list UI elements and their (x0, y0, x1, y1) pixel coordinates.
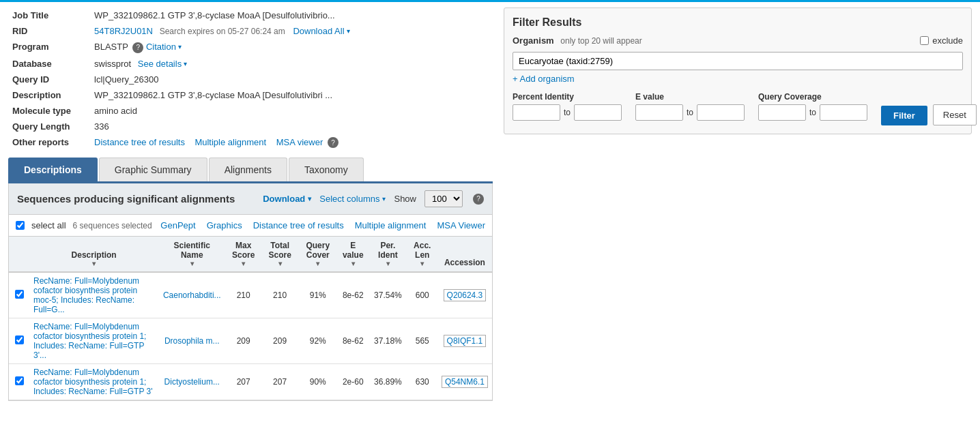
description-link-2[interactable]: RecName: Full=Molybdenum cofactor biosyn… (33, 368, 152, 396)
citation-btn[interactable]: Citation ▾ (146, 42, 182, 52)
show-help-icon[interactable]: ? (473, 194, 484, 205)
exclude-checkbox[interactable] (920, 36, 929, 45)
results-header: Sequences producing significant alignmen… (9, 183, 492, 215)
query-length-row: Query Length 336 (8, 119, 493, 134)
molecule-type-row: Molecule type amino acid (8, 103, 493, 119)
row-e-value-0: 8e-62 (337, 272, 369, 318)
select-columns-btn[interactable]: Select columns ▾ (319, 194, 386, 204)
description-label: Description (8, 87, 90, 103)
multiple-alignment-link[interactable]: Multiple alignment (194, 137, 266, 147)
percent-identity-to-input[interactable] (574, 104, 622, 121)
see-details-btn[interactable]: See details ▾ (138, 59, 187, 69)
show-select[interactable]: 10 20 50 100 200 (424, 190, 463, 207)
distance-tree-results-link[interactable]: Distance tree of results (253, 220, 344, 230)
col-e-value: E value ▾ (337, 237, 369, 272)
row-checkbox-0[interactable] (15, 290, 24, 299)
row-max-score-2: 207 (225, 364, 261, 400)
sequences-selected-label: 6 sequences selected (73, 221, 152, 230)
query-id-value: lcl|Query_26300 (90, 72, 493, 87)
total-score-sort-icon: ▾ (265, 260, 294, 267)
accession-link-2[interactable]: Q54NM6.1 (442, 376, 488, 388)
description-link-1[interactable]: RecName: Full=Molybdenum cofactor biosyn… (33, 322, 146, 360)
rid-link[interactable]: 54T8RJ2U01N (94, 26, 153, 36)
table-row: RecName: Full=Molybdenum cofactor biosyn… (9, 272, 492, 318)
job-title-value: WP_332109862.1 GTP 3',8-cyclase MoaA [De… (90, 8, 493, 23)
e-value-from[interactable] (635, 104, 683, 121)
accession-link-0[interactable]: Q20624.3 (444, 289, 487, 301)
row-total-score-0: 210 (261, 272, 298, 318)
col-accession: Accession (437, 237, 492, 272)
col-checkbox (9, 237, 29, 272)
e-value-sort-icon: ▾ (341, 260, 364, 267)
scientific-name-link-0[interactable]: Caenorhabditi... (163, 290, 221, 300)
genpept-link[interactable]: GenPept (160, 220, 195, 230)
organism-section: Organism only top 20 will appear exclude… (513, 35, 963, 84)
row-scientific-name-2: Dictyostelium... (158, 364, 225, 400)
distance-tree-link[interactable]: Distance tree of results (94, 137, 185, 147)
description-link-0[interactable]: RecName: Full=Molybdenum cofactor biosyn… (33, 276, 139, 314)
col-query-cover: Query Cover ▾ (298, 237, 337, 272)
download-chevron-icon: ▾ (308, 195, 311, 203)
query-id-label: Query ID (8, 72, 90, 87)
row-checkbox-2[interactable] (15, 376, 24, 385)
blastp-help-icon[interactable]: ? (132, 42, 143, 53)
acc-len-sort-icon: ▾ (412, 260, 433, 267)
accession-link-1[interactable]: Q8IQF1.1 (444, 335, 487, 347)
msa-viewer-link[interactable]: MSA viewer (276, 137, 323, 147)
query-coverage-to-input[interactable] (820, 104, 867, 121)
query-length-label: Query Length (8, 119, 90, 134)
row-per-ident-1: 37.18% (369, 318, 407, 364)
percent-identity-group: Percent Identity to (513, 92, 622, 121)
sci-name-sort-icon: ▾ (162, 260, 221, 267)
rid-row: RID 54T8RJ2U01N Search expires on 05-27 … (8, 23, 493, 39)
download-all-btn[interactable]: Download All ▾ (293, 26, 349, 36)
filter-button[interactable]: Filter (881, 106, 927, 125)
col-scientific-name: Scientific Name ▾ (158, 237, 225, 272)
multiple-alignment-results-link[interactable]: Multiple alignment (355, 220, 427, 230)
tab-taxonomy[interactable]: Taxonomy (289, 158, 364, 181)
row-checkbox-1[interactable] (15, 335, 24, 344)
program-value: BLASTP (94, 42, 128, 52)
select-all-actions: GenPept Graphics Distance tree of result… (160, 220, 485, 230)
molecule-type-label: Molecule type (8, 103, 90, 119)
tab-alignments[interactable]: Alignments (209, 158, 287, 181)
select-all-checkbox[interactable] (16, 221, 25, 230)
row-acc-len-2: 630 (407, 364, 437, 400)
query-coverage-from[interactable] (758, 104, 806, 121)
row-description-1: RecName: Full=Molybdenum cofactor biosyn… (29, 318, 158, 364)
col-description: Description ▾ (29, 237, 158, 272)
row-checkbox-cell (9, 364, 29, 400)
other-reports-label: Other reports (8, 134, 90, 151)
e-value-to-input[interactable] (697, 104, 745, 121)
reset-button[interactable]: Reset (933, 104, 977, 125)
job-title-row: Job Title WP_332109862.1 GTP 3',8-cyclas… (8, 8, 493, 23)
percent-identity-label: Percent Identity (513, 92, 622, 102)
show-label: Show (394, 194, 416, 204)
tab-graphic-summary[interactable]: Graphic Summary (99, 158, 207, 181)
tab-descriptions[interactable]: Descriptions (8, 158, 98, 181)
e-value-group: E value to (635, 92, 745, 121)
row-accession-2: Q54NM6.1 (437, 364, 492, 400)
scientific-name-link-1[interactable]: Drosophila m... (164, 336, 220, 346)
per-ident-sort-icon: ▾ (373, 260, 403, 267)
results-table: Description ▾ Scientific Name ▾ Max Scor… (9, 237, 492, 400)
row-scientific-name-0: Caenorhabditi... (158, 272, 225, 318)
program-row: Program BLASTP ? Citation ▾ (8, 39, 493, 56)
download-dropdown-btn[interactable]: Download ▾ (263, 194, 311, 204)
row-query-cover-2: 90% (298, 364, 337, 400)
query-coverage-group: Query Coverage to (758, 92, 867, 121)
other-reports-help-icon[interactable]: ? (328, 137, 338, 148)
program-label: Program (8, 39, 90, 56)
see-details-chevron-icon: ▾ (184, 60, 187, 68)
job-title-label: Job Title (8, 8, 90, 23)
select-all-row: select all 6 sequences selected GenPept … (9, 215, 492, 237)
col-acc-len: Acc. Len ▾ (407, 237, 437, 272)
add-organism-btn[interactable]: + Add organism (513, 74, 963, 84)
percent-identity-from[interactable] (513, 104, 560, 121)
scientific-name-link-2[interactable]: Dictyostelium... (164, 377, 220, 387)
filter-actions: Filter Reset (881, 92, 977, 125)
graphics-link[interactable]: Graphics (207, 220, 242, 230)
row-acc-len-0: 600 (407, 272, 437, 318)
msa-viewer-results-link[interactable]: MSA Viewer (437, 220, 485, 230)
organism-input[interactable] (513, 52, 963, 70)
